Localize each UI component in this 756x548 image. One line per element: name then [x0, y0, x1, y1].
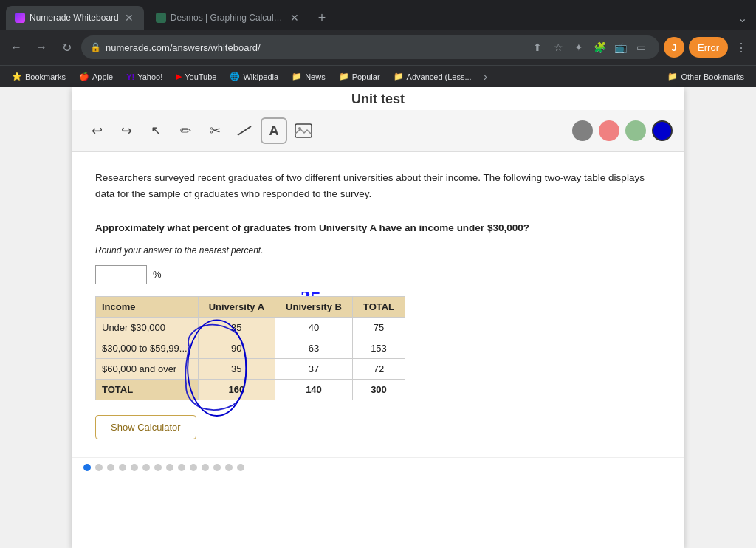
question-sub: Round your answer to the nearest percent…: [95, 244, 661, 258]
address-actions: ⬆ ☆ ✦ 🧩 📺 ▭: [528, 38, 650, 57]
refresh-button[interactable]: ↻: [56, 37, 77, 58]
tools-button[interactable]: ✂: [202, 117, 228, 144]
bookmark-yahoo[interactable]: Y! Yahoo!: [120, 71, 168, 83]
extension-icon[interactable]: ✦: [569, 38, 588, 57]
more-menu-button[interactable]: ⋮: [732, 38, 750, 58]
total-total: 300: [352, 379, 405, 400]
whiteboard-content: Researchers surveyed recent graduates of…: [72, 152, 684, 457]
line-tool-button[interactable]: [231, 117, 258, 144]
percent-label: %: [153, 269, 162, 280]
page-dot-13[interactable]: [237, 464, 244, 471]
new-tab-button[interactable]: +: [312, 7, 332, 29]
whiteboard-title: Unit test: [72, 87, 684, 110]
table-header-uni-b: University B: [275, 296, 353, 317]
back-button[interactable]: ←: [6, 37, 27, 58]
news-folder-icon: 📁: [292, 72, 302, 81]
total-uni-a: 160: [198, 379, 275, 400]
apple-icon: 🍎: [79, 72, 89, 81]
bookmark-wikipedia[interactable]: 🌐 Wikipedia: [224, 70, 284, 83]
whiteboard-toolbar: ↩ ↪ ↖ ✏ ✂ A: [72, 110, 684, 152]
bookmark-bookmarks[interactable]: ⭐ Bookmarks: [6, 70, 72, 83]
page-dot-5[interactable]: [142, 464, 150, 471]
page-dot-0[interactable]: [83, 464, 91, 471]
text-tool-button[interactable]: A: [261, 117, 287, 144]
svg-line-0: [238, 126, 251, 135]
page-dot-12[interactable]: [225, 464, 233, 471]
tab-numerade[interactable]: Numerade Whiteboard ✕: [6, 6, 144, 30]
bookmark-news[interactable]: 📁 News: [286, 70, 331, 83]
bookmarks-more-button[interactable]: ›: [479, 69, 492, 85]
page-dot-8[interactable]: [178, 464, 185, 471]
row2-income: $30,000 to $59,99...: [96, 338, 199, 358]
table-total-row: TOTAL 160 140 300: [96, 379, 405, 400]
table-header-income: Income: [96, 296, 199, 317]
whiteboard-container: Unit test ↩ ↪ ↖ ✏ ✂ A Researchers survey…: [72, 87, 684, 548]
bookmark-popular[interactable]: 📁 Popular: [333, 70, 386, 83]
bookmark-apple[interactable]: 🍎 Apple: [73, 70, 119, 83]
color-pink[interactable]: [599, 120, 619, 141]
page-dot-4[interactable]: [131, 464, 138, 471]
row1-income: Under $30,000: [96, 317, 199, 338]
table-row: Under $30,000 35 40 75: [96, 317, 405, 338]
tab-desmos[interactable]: Desmos | Graphing Calculato... ✕: [147, 6, 309, 30]
bookmark-advanced[interactable]: 📁 Advanced (Less...: [388, 70, 478, 83]
tab-desmos-close[interactable]: ✕: [289, 10, 300, 25]
image-tool-button[interactable]: [290, 117, 317, 144]
tab-numerade-close[interactable]: ✕: [123, 10, 135, 25]
table-header-uni-a: University A: [198, 296, 275, 317]
sidebar-icon[interactable]: ▭: [631, 38, 650, 57]
bookmark-youtube[interactable]: ▶ YouTube: [170, 70, 222, 83]
color-green[interactable]: [625, 120, 646, 141]
table-wrap: Income University A University B TOTAL U…: [95, 296, 661, 400]
address-text: numerade.com/answers/whiteboard/: [106, 42, 523, 53]
page-dot-11[interactable]: [213, 464, 221, 471]
bookmarks-label: Bookmarks: [25, 72, 66, 81]
color-blue[interactable]: [652, 120, 673, 141]
bookmark-star-icon[interactable]: ☆: [549, 38, 568, 57]
address-bar[interactable]: 🔒 numerade.com/answers/whiteboard/ ⬆ ☆ ✦…: [81, 35, 659, 59]
page-dot-1[interactable]: [95, 464, 103, 471]
total-uni-b: 140: [275, 379, 353, 400]
show-calculator-button[interactable]: Show Calculator: [95, 415, 196, 439]
page-dot-7[interactable]: [166, 464, 173, 471]
page-dots: [72, 457, 684, 477]
bookmarks-bar: ⭐ Bookmarks 🍎 Apple Y! Yahoo! ▶ YouTube …: [0, 65, 756, 87]
profile-button[interactable]: J: [664, 37, 684, 58]
page-dot-6[interactable]: [154, 464, 162, 471]
forward-button[interactable]: →: [31, 37, 52, 58]
row1-total: 75: [352, 317, 405, 338]
redo-button[interactable]: ↪: [113, 117, 140, 144]
bookmarks-icon: ⭐: [12, 72, 22, 81]
tab-bar-dropdown[interactable]: ⌄: [735, 8, 750, 28]
cast-icon[interactable]: 📺: [611, 38, 630, 57]
lock-icon: 🔒: [90, 42, 101, 52]
undo-button[interactable]: ↩: [83, 117, 110, 144]
row2-uni-b: 63: [275, 338, 353, 358]
answer-row: %: [95, 265, 661, 284]
other-bookmarks-label: Other Bookmarks: [681, 72, 744, 81]
news-label: News: [305, 72, 326, 81]
select-tool-button[interactable]: ↖: [142, 117, 169, 144]
puzzle-icon[interactable]: 🧩: [590, 38, 609, 57]
color-gray[interactable]: [572, 120, 593, 141]
page-dot-3[interactable]: [119, 464, 126, 471]
row3-total: 72: [352, 358, 405, 379]
apple-label: Apple: [92, 72, 113, 81]
advanced-label: Advanced (Less...: [407, 72, 472, 81]
data-table: Income University A University B TOTAL U…: [95, 296, 405, 400]
browser-chrome: Numerade Whiteboard ✕ Desmos | Graphing …: [0, 0, 756, 87]
svg-rect-1: [295, 124, 312, 137]
pencil-tool-button[interactable]: ✏: [172, 117, 199, 144]
answer-input[interactable]: [95, 265, 147, 284]
share-icon[interactable]: ⬆: [528, 38, 547, 57]
other-bookmarks[interactable]: 📁 Other Bookmarks: [662, 70, 750, 83]
yahoo-icon: Y!: [126, 72, 134, 81]
row1-uni-b: 40: [275, 317, 353, 338]
table-row: $30,000 to $59,99... 90 63 153: [96, 338, 405, 358]
page-dot-10[interactable]: [202, 464, 209, 471]
page-dot-9[interactable]: [190, 464, 197, 471]
row3-uni-a: 35: [198, 358, 275, 379]
youtube-label: YouTube: [185, 72, 216, 81]
error-button[interactable]: Error: [689, 37, 728, 58]
page-dot-2[interactable]: [107, 464, 114, 471]
